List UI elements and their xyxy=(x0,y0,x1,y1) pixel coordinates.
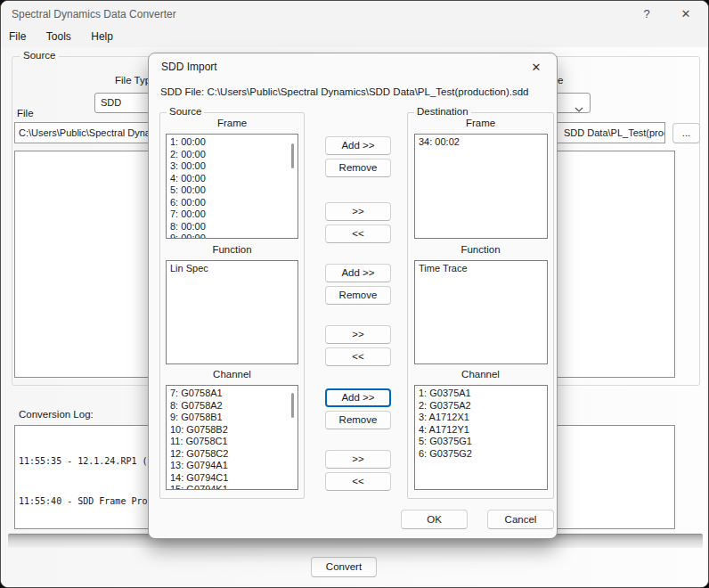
dialog-close-icon[interactable]: ✕ xyxy=(525,58,548,78)
frame-add-button[interactable]: Add >> xyxy=(325,136,391,155)
list-item[interactable]: 5: 00:00 xyxy=(167,184,297,197)
convert-button[interactable]: Convert xyxy=(311,557,377,577)
destination-channel-list[interactable]: 1: G0375A12: G0375A23: A1712X14: A1712Y1… xyxy=(414,385,548,490)
list-item[interactable]: 7: G0758A1 xyxy=(167,388,297,400)
list-item[interactable]: 4: 00:00 xyxy=(167,173,297,185)
frame-all-left-button[interactable]: << xyxy=(325,225,391,243)
function-remove-button[interactable]: Remove xyxy=(325,286,391,305)
source-frame-label: Frame xyxy=(160,118,304,128)
frame-remove-button[interactable]: Remove xyxy=(325,159,391,177)
function-all-left-button[interactable]: << xyxy=(325,347,391,366)
list-item[interactable]: 13: G0794A1 xyxy=(167,460,297,472)
list-item[interactable]: 34: 00:02 xyxy=(415,136,547,149)
cancel-button[interactable]: Cancel xyxy=(487,510,554,529)
dialog-source-label: Source xyxy=(167,106,204,117)
function-all-right-button[interactable]: >> xyxy=(325,325,391,344)
browse-button[interactable]: ... xyxy=(672,123,700,143)
list-item[interactable]: 12: G0758C2 xyxy=(167,448,297,461)
frame-all-right-button[interactable]: >> xyxy=(325,202,391,221)
list-item[interactable]: 9: 00:00 xyxy=(167,233,297,239)
destination-frame-label: Frame xyxy=(408,118,553,128)
sdd-import-dialog: SDD Import ✕ SDD File: C:\Users\Public\S… xyxy=(148,53,558,539)
destination-function-list[interactable]: Time Trace xyxy=(414,260,548,364)
destination-channel-label: Channel xyxy=(408,369,553,380)
list-item[interactable]: Lin Spec xyxy=(167,263,297,275)
list-item[interactable]: 4: A1712Y1 xyxy=(415,424,547,437)
menu-tools[interactable]: Tools xyxy=(38,28,79,45)
chevron-down-icon xyxy=(575,101,583,118)
channel-all-left-button[interactable]: << xyxy=(325,472,391,491)
help-icon[interactable]: ? xyxy=(632,4,662,24)
menu-help[interactable]: Help xyxy=(83,28,121,45)
source-group-label: Source xyxy=(20,50,59,61)
list-item[interactable]: 8: G0758A2 xyxy=(167,400,297,412)
function-add-button[interactable]: Add >> xyxy=(325,264,391,282)
list-item[interactable]: 11: G0758C1 xyxy=(167,436,297,448)
list-item[interactable]: 9: G0758B1 xyxy=(167,412,297,424)
menu-file[interactable]: File xyxy=(1,28,34,45)
list-item[interactable]: 7: 00:00 xyxy=(167,208,297,221)
scrollbar-thumb[interactable] xyxy=(291,393,294,418)
list-item[interactable]: Time Trace xyxy=(415,263,547,275)
source-function-label: Function xyxy=(160,244,304,255)
channel-remove-button[interactable]: Remove xyxy=(325,411,391,429)
list-item[interactable]: 5: G0375G1 xyxy=(415,436,547,448)
list-item[interactable]: 3: A1712X1 xyxy=(415,412,547,424)
list-item[interactable]: 2: G0375A2 xyxy=(415,400,547,412)
dialog-title: SDD Import xyxy=(161,61,217,73)
list-item[interactable]: 8: 00:00 xyxy=(167,221,297,233)
file-label: File xyxy=(17,108,34,118)
source-channel-list[interactable]: 7: G0758A18: G0758A29: G0758B110: G0758B… xyxy=(166,385,298,490)
channel-add-button[interactable]: Add >> xyxy=(325,388,391,407)
list-item[interactable]: 10: G0758B2 xyxy=(167,424,297,437)
destination-function-label: Function xyxy=(408,244,553,255)
scrollbar-thumb[interactable] xyxy=(291,143,294,168)
source-channel-label: Channel xyxy=(160,369,304,380)
window-title: Spectral Dynamics Data Converter xyxy=(12,8,176,20)
file-type-value: SDD xyxy=(101,97,121,108)
list-item[interactable]: 6: G0375G2 xyxy=(415,448,547,461)
menu-bar: File Tools Help xyxy=(1,28,708,47)
destination-frame-list[interactable]: 34: 00:02 xyxy=(414,134,548,239)
list-item[interactable]: 3: 00:00 xyxy=(167,160,297,173)
list-item[interactable]: 1: 00:00 xyxy=(167,136,297,149)
main-window: Spectral Dynamics Data Converter ? ✕ Fil… xyxy=(0,0,709,588)
source-function-list[interactable]: Lin Spec xyxy=(166,260,298,364)
conversion-log-label: Conversion Log: xyxy=(19,409,94,420)
list-item[interactable]: 14: G0794C1 xyxy=(167,472,297,485)
ok-button[interactable]: OK xyxy=(401,510,468,529)
list-item[interactable]: 6: 00:00 xyxy=(167,197,297,209)
sdd-file-path: SDD File: C:\Users\Public\Spectral Dynam… xyxy=(160,86,529,97)
close-icon[interactable]: ✕ xyxy=(671,4,701,24)
title-bar: Spectral Dynamics Data Converter ? ✕ xyxy=(1,1,708,28)
dialog-destination-label: Destination xyxy=(414,106,471,117)
list-item[interactable]: 2: 00:00 xyxy=(167,149,297,161)
source-frame-list[interactable]: 1: 00:002: 00:003: 00:004: 00:005: 00:00… xyxy=(166,134,298,239)
list-item[interactable]: 1: G0375A1 xyxy=(415,388,547,400)
channel-all-right-button[interactable]: >> xyxy=(325,450,391,469)
list-item[interactable]: 15: G0794K1 xyxy=(167,484,297,490)
dialog-source-group: Source Frame 1: 00:002: 00:003: 00:004: … xyxy=(159,112,305,499)
dialog-destination-group: Destination Frame 34: 00:02 Function Tim… xyxy=(407,112,554,499)
